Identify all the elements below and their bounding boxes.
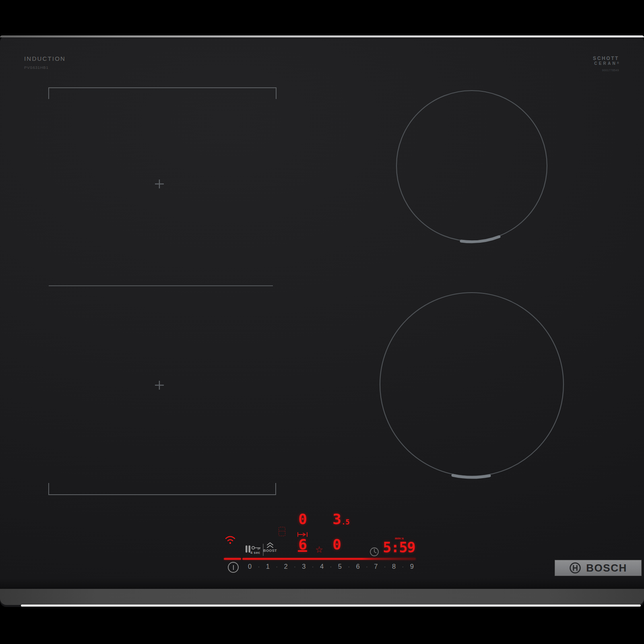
bosch-wordmark: BOSCH (586, 562, 627, 574)
timer-clock-icon[interactable] (369, 547, 380, 557)
scale-number-8[interactable]: 8 (392, 563, 396, 570)
bridge-zone-icon (279, 527, 285, 536)
front-bevel-shadow (0, 578, 644, 589)
scale-dot: · (384, 564, 386, 570)
left-zone-selected-underline (298, 550, 307, 552)
glass-brand-line2: CERAN® (571, 61, 619, 66)
scale-dot: · (258, 564, 260, 570)
scale-number-5[interactable]: 5 (338, 563, 342, 570)
scale-number-6[interactable]: 6 (356, 563, 360, 570)
cooking-zone-top-right-notch (461, 237, 499, 242)
glass-brand-line1: SCHOTT (571, 56, 619, 61)
scale-number-4[interactable]: 4 (320, 563, 324, 570)
key-lock-icon[interactable] (251, 545, 261, 551)
power-button[interactable] (228, 562, 239, 573)
bosch-anchor-logo-icon (569, 562, 581, 574)
front-bevel-edge (0, 589, 644, 605)
cooking-zone-bottom-right-ring (380, 293, 564, 476)
boost-label[interactable]: BOOST (263, 549, 277, 553)
timer-display: 5:59 (383, 541, 415, 555)
bridge-zone-icon-mid (279, 531, 285, 531)
scale-number-9[interactable]: 9 (410, 563, 414, 570)
boost-chevrons-icon[interactable] (266, 542, 274, 548)
power-slider-bar[interactable] (242, 558, 416, 560)
scale-dot: · (330, 564, 332, 570)
scale-number-0[interactable]: 0 (248, 563, 252, 570)
scale-number-1[interactable]: 1 (266, 563, 270, 570)
scale-dot: · (276, 564, 278, 570)
scale-number-7[interactable]: 7 (374, 563, 378, 570)
bottom-edge-highlight (21, 605, 641, 607)
wifi-icon (224, 534, 237, 545)
scale-number-3[interactable]: 3 (302, 563, 305, 570)
flex-zone-bottom-cross-icon (155, 381, 164, 390)
key-lock-hold-label: 4 sec (250, 551, 260, 555)
flex-zone-bottom-bracket (49, 483, 276, 495)
scale-number-2[interactable]: 2 (284, 563, 288, 570)
right-zone-power-display-top: 3 (332, 512, 341, 526)
scale-dot: · (312, 564, 314, 570)
flex-zone-top-cross-icon (155, 180, 164, 188)
product-label: INDUCTION (24, 55, 66, 62)
pause-icon[interactable] (245, 545, 251, 553)
glass-serial-number: 9001778549 (571, 69, 619, 72)
power-level-scale: 0 · 1 · 2 · 3 · 4 · 5 · 6 · 7 · 8 · 9 (248, 563, 414, 570)
cooking-zone-top-right-ring (396, 91, 547, 241)
registered-mark: ® (617, 62, 619, 64)
model-number: PVS631HB1 (24, 65, 49, 70)
scale-dot: · (402, 564, 404, 570)
right-zone-power-display-bottom: 0 (332, 537, 341, 552)
left-zone-power-display-bottom: 6 (298, 537, 307, 552)
scale-dot: · (294, 564, 295, 570)
scale-dot: · (366, 564, 367, 570)
scale-dot: · (348, 564, 350, 570)
glass-branding: SCHOTT CERAN® 9001778549 (571, 56, 619, 72)
cooking-zone-bottom-right-notch (453, 475, 489, 477)
right-zone-power-display-top-fraction: .5 (341, 519, 349, 526)
power-slider-segment-short[interactable] (224, 558, 241, 560)
flex-zone-top-bracket (49, 88, 276, 99)
bosch-badge: BOSCH (555, 560, 642, 576)
product-photo-stage: INDUCTION PVS631HB1 SCHOTT CERAN® 900177… (0, 0, 644, 644)
favorite-star-icon[interactable]: ☆ (315, 545, 323, 554)
left-zone-power-display-top: 0 (298, 512, 307, 526)
